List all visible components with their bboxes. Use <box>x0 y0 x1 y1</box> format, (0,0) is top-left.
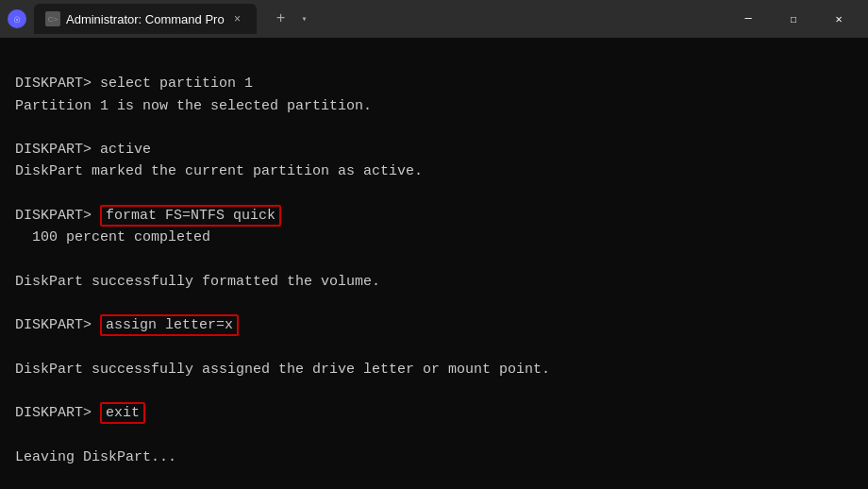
terminal-line: Leaving DiskPart... <box>15 447 853 468</box>
terminal-line: DiskPart successfully formatted the volu… <box>15 271 853 293</box>
title-bar: ☉ C> Administrator: Command Pro × + ▾ — … <box>0 0 868 38</box>
terminal-line <box>15 336 853 358</box>
terminal-line: DISKPART> active <box>15 139 853 160</box>
tab-dropdown-button[interactable]: ▾ <box>294 6 315 32</box>
terminal-line: Partition 1 is now the selected partitio… <box>15 95 853 117</box>
prompt: DISKPART> <box>15 405 100 421</box>
terminal-line <box>15 248 853 270</box>
minimize-button[interactable]: — <box>726 4 770 34</box>
terminal-content[interactable]: DISKPART> select partition 1 Partition 1… <box>0 38 868 489</box>
tab-close-button[interactable]: × <box>230 11 245 26</box>
new-tab-button[interactable]: + <box>268 6 294 32</box>
highlighted-command: exit <box>100 402 145 424</box>
window-shield-icon: ☉ <box>8 9 26 28</box>
terminal-line <box>15 183 853 205</box>
active-tab[interactable]: C> Administrator: Command Pro × <box>34 4 257 34</box>
highlighted-command: format FS=NTFS quick <box>100 205 281 227</box>
terminal-line: DISKPART> assign letter=x <box>15 314 853 336</box>
terminal-line: DISKPART> select partition 1 <box>15 73 853 94</box>
terminal-line: DiskPart marked the current partition as… <box>15 160 853 182</box>
prompt: DISKPART> <box>15 142 100 158</box>
terminal-line: DISKPART> exit <box>15 402 853 424</box>
terminal-line <box>15 468 853 489</box>
terminal-line: DiskPart successfully assigned the drive… <box>15 359 853 380</box>
terminal-line <box>15 424 853 446</box>
prompt: DISKPART> <box>15 317 100 333</box>
close-button[interactable]: ✕ <box>817 4 860 34</box>
window-controls: — ☐ ✕ <box>726 4 860 34</box>
terminal-line: DISKPART> format FS=NTFS quick <box>15 205 853 227</box>
terminal-line <box>15 51 853 73</box>
terminal-line: 100 percent completed <box>15 227 853 248</box>
highlighted-command: assign letter=x <box>100 314 239 336</box>
new-tab-group: + ▾ <box>268 6 315 32</box>
maximize-button[interactable]: ☐ <box>772 4 815 34</box>
tab-label: Administrator: Command Pro <box>66 12 225 26</box>
command-text: select partition 1 <box>100 76 253 92</box>
prompt: DISKPART> <box>15 76 100 92</box>
title-bar-left: ☉ C> Administrator: Command Pro × + ▾ <box>8 4 726 34</box>
terminal-line <box>15 293 853 314</box>
prompt: DISKPART> <box>15 208 100 224</box>
terminal-window: ☉ C> Administrator: Command Pro × + ▾ — … <box>0 0 868 489</box>
terminal-line <box>15 380 853 402</box>
tab-cmd-icon: C> <box>45 11 60 26</box>
command-text: active <box>100 142 151 158</box>
terminal-line <box>15 117 853 139</box>
